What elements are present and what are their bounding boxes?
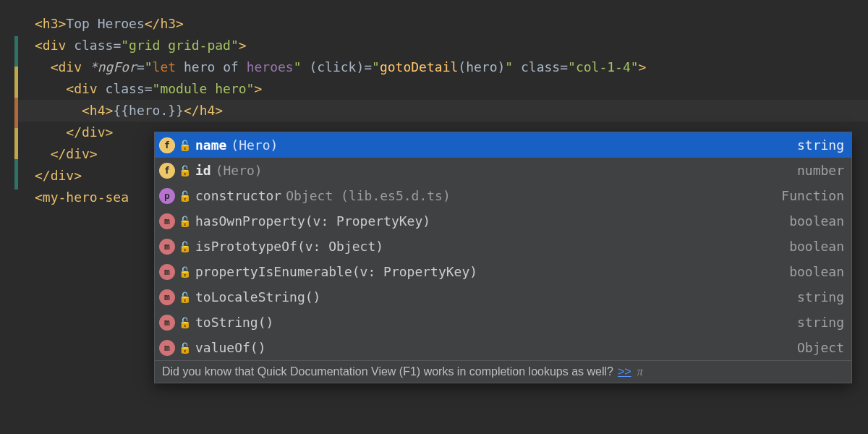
completion-label: constructor xyxy=(195,188,281,203)
method-icon: m xyxy=(159,213,175,229)
completion-label: isPrototypeOf(v: Object) xyxy=(195,239,383,254)
completion-popup[interactable]: f🔓name (Hero)stringf🔓id (Hero)numberp🔓co… xyxy=(154,132,852,383)
code-line[interactable]: <h3>Top Heroes</h3> xyxy=(14,13,868,35)
code-line[interactable]: <div class="module hero"> xyxy=(14,78,868,100)
visibility-icon: 🔓 xyxy=(178,241,191,252)
visibility-icon: 🔓 xyxy=(178,190,191,202)
completion-meta: (Hero) xyxy=(231,137,278,153)
completion-label: valueOf() xyxy=(195,340,266,355)
method-icon: m xyxy=(159,239,175,255)
method-icon: m xyxy=(159,315,175,331)
hint-text: Did you know that Quick Documentation Vi… xyxy=(162,365,613,378)
field-icon: f xyxy=(159,137,175,153)
completion-item[interactable]: f🔓id (Hero)number xyxy=(155,158,851,183)
completion-type: boolean xyxy=(789,213,844,229)
completion-item[interactable]: m🔓toString()string xyxy=(155,310,851,335)
code-line-active[interactable]: <h4>{{hero.}}</h4> xyxy=(14,100,868,122)
hint-more-link[interactable]: >> xyxy=(618,365,631,378)
change-marker-gutter xyxy=(14,36,18,190)
completion-item[interactable]: f🔓name (Hero)string xyxy=(155,132,851,158)
property-icon: p xyxy=(159,188,175,204)
completion-hint-bar: Did you know that Quick Documentation Vi… xyxy=(155,360,851,383)
visibility-icon: 🔓 xyxy=(178,266,191,278)
completion-type: string xyxy=(797,315,844,330)
method-icon: m xyxy=(159,340,175,356)
completion-label: propertyIsEnumerable(v: PropertyKey) xyxy=(195,264,477,279)
method-icon: m xyxy=(159,264,175,280)
completion-type: number xyxy=(797,163,844,178)
completion-item[interactable]: m🔓valueOf()Object xyxy=(155,335,851,360)
hint-settings-icon[interactable]: π xyxy=(637,365,643,378)
visibility-icon: 🔓 xyxy=(178,165,191,176)
completion-meta: (Hero) xyxy=(216,163,263,178)
field-icon: f xyxy=(159,163,175,179)
completion-item[interactable]: p🔓constructor Object (lib.es5.d.ts)Funct… xyxy=(155,183,851,208)
completion-type: string xyxy=(797,289,844,305)
completion-item[interactable]: m🔓isPrototypeOf(v: Object)boolean xyxy=(155,234,851,259)
visibility-icon: 🔓 xyxy=(178,342,191,354)
method-icon: m xyxy=(159,289,175,305)
completion-label: name xyxy=(195,137,226,153)
completion-type: Object xyxy=(797,340,844,355)
completion-meta: Object (lib.es5.d.ts) xyxy=(286,188,451,203)
completion-type: boolean xyxy=(789,264,844,279)
visibility-icon: 🔓 xyxy=(178,317,191,328)
visibility-icon: 🔓 xyxy=(178,292,191,303)
completion-label: id xyxy=(195,163,211,178)
visibility-icon: 🔓 xyxy=(178,216,191,227)
completion-item[interactable]: m🔓toLocaleString()string xyxy=(155,284,851,310)
code-line[interactable]: <div *ngFor="let hero of heroes" (click)… xyxy=(14,56,868,78)
completion-item[interactable]: m🔓hasOwnProperty(v: PropertyKey)boolean xyxy=(155,208,851,234)
completion-item[interactable]: m🔓propertyIsEnumerable(v: PropertyKey)bo… xyxy=(155,259,851,284)
completion-label: hasOwnProperty(v: PropertyKey) xyxy=(195,213,430,229)
completion-type: boolean xyxy=(789,239,844,254)
completion-type: string xyxy=(797,137,844,153)
completion-label: toLocaleString() xyxy=(195,289,320,305)
completion-label: toString() xyxy=(195,315,273,330)
visibility-icon: 🔓 xyxy=(178,140,191,151)
completion-type: Function xyxy=(781,188,844,203)
code-line[interactable]: <div class="grid grid-pad"> xyxy=(14,35,868,56)
